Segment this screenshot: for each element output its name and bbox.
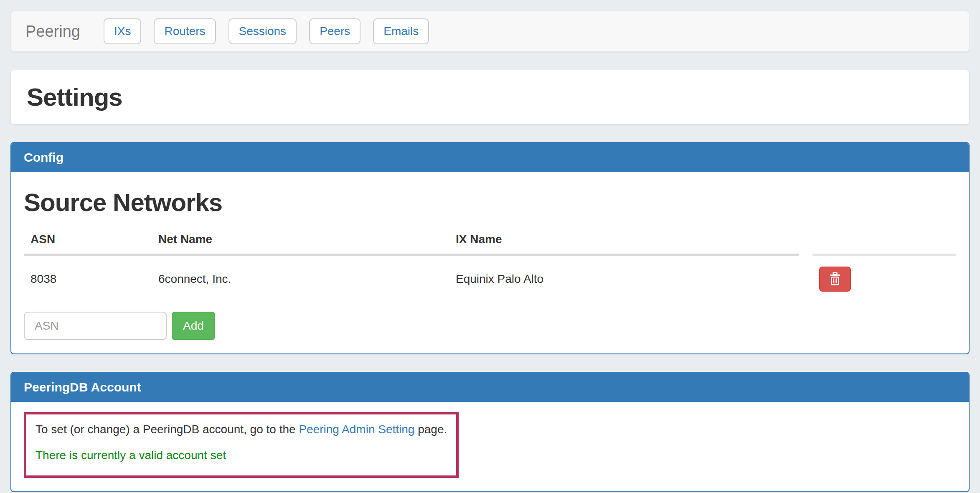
page-container: Peering IXs Routers Sessions Peers Email… xyxy=(0,0,980,493)
account-status-message: There is currently a valid account set xyxy=(36,447,447,464)
nav-button-ixs[interactable]: IXs xyxy=(104,18,141,44)
column-header-ixname: IX Name xyxy=(449,226,799,256)
peering-navbar: Peering IXs Routers Sessions Peers Email… xyxy=(10,10,970,52)
highlight-annotation-box: To set (or change) a PeeringDB account, … xyxy=(24,412,459,478)
config-panel: Config Source Networks ASN Net Name IX N… xyxy=(10,142,970,354)
source-networks-table: ASN Net Name IX Name 8038 6connect, Inc.… xyxy=(24,226,956,302)
trash-icon xyxy=(829,272,841,287)
navbar-brand: Peering xyxy=(25,23,80,41)
delete-network-button[interactable] xyxy=(819,267,851,292)
cell-ixname: Equinix Palo Alto xyxy=(449,256,799,302)
nav-button-emails[interactable]: Emails xyxy=(373,18,429,44)
cell-spacer xyxy=(799,256,812,302)
peering-admin-setting-link[interactable]: Peering Admin Setting xyxy=(299,423,414,436)
nav-button-routers[interactable]: Routers xyxy=(154,18,216,44)
peeringdb-panel: PeeringDB Account To set (or change) a P… xyxy=(10,372,970,492)
cell-asn: 8038 xyxy=(24,256,152,302)
nav-button-sessions[interactable]: Sessions xyxy=(228,18,297,44)
table-header-row: ASN Net Name IX Name xyxy=(24,226,956,256)
asn-input[interactable] xyxy=(24,312,167,340)
page-title: Settings xyxy=(27,83,953,112)
column-header-netname: Net Name xyxy=(152,226,449,256)
source-networks-heading: Source Networks xyxy=(24,188,956,217)
peeringdb-panel-body: To set (or change) a PeeringDB account, … xyxy=(11,402,969,491)
table-row: 8038 6connect, Inc. Equinix Palo Alto xyxy=(24,256,956,302)
config-panel-header: Config xyxy=(11,143,969,172)
cell-netname: 6connect, Inc. xyxy=(152,256,449,302)
peeringdb-panel-header: PeeringDB Account xyxy=(11,373,969,402)
nav-button-peers[interactable]: Peers xyxy=(309,18,361,44)
column-header-actions xyxy=(812,226,956,256)
peeringdb-info-line: To set (or change) a PeeringDB account, … xyxy=(36,421,447,438)
cell-actions xyxy=(812,256,956,302)
info-text-suffix: page. xyxy=(414,423,447,436)
info-text-prefix: To set (or change) a PeeringDB account, … xyxy=(36,423,299,436)
add-network-form: Add xyxy=(24,312,956,340)
add-button[interactable]: Add xyxy=(172,312,215,340)
config-panel-body: Source Networks ASN Net Name IX Name xyxy=(11,172,969,353)
settings-title-panel: Settings xyxy=(10,70,970,125)
column-spacer xyxy=(799,226,812,256)
column-header-asn: ASN xyxy=(24,226,152,256)
